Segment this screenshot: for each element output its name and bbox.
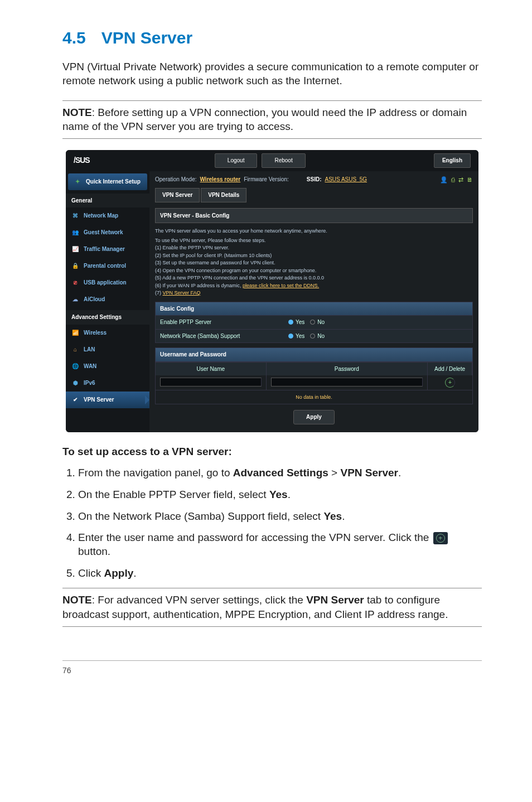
sidebar-item-wireless[interactable]: 📶Wireless (66, 325, 149, 341)
sidebar-item-label: Wireless (84, 329, 107, 337)
ddns-link[interactable]: please click here to set the DDNS. (243, 283, 319, 288)
step-5: Click Apply. (78, 567, 482, 581)
note-label: NOTE (62, 107, 92, 118)
th-password: Password (267, 363, 428, 376)
lock-icon: 🔒 (71, 262, 79, 270)
note-box-2: NOTE: For advanced VPN server settings, … (62, 588, 482, 626)
language-selector[interactable]: English (434, 153, 471, 168)
sidebar-item-wan[interactable]: 🌐WAN (66, 358, 149, 375)
section-number: 4.5 (62, 28, 86, 47)
sidebar-item-label: IPv6 (84, 379, 95, 387)
people-icon: 👥 (71, 229, 79, 236)
logout-button[interactable]: Logout (215, 153, 258, 168)
sidebar-item-lan[interactable]: ⌂LAN (66, 341, 149, 358)
note-text: : Before setting up a VPN connection, yo… (62, 107, 467, 133)
main-panel: Operation Mode: Wireless router Firmware… (149, 171, 478, 432)
note-label: NOTE (62, 594, 92, 606)
cloud-icon: ☁ (71, 296, 79, 303)
status-line: Operation Mode: Wireless router Firmware… (155, 176, 473, 184)
th-username: User Name (156, 363, 267, 376)
page-footer: 76 (62, 660, 482, 676)
router-ui-screenshot: /SUS Logout Reboot English ✦ Quick Inter… (66, 150, 478, 432)
add-row-button[interactable]: + (445, 378, 455, 388)
sidebar-item-guest-network[interactable]: 👥Guest Network (66, 224, 149, 241)
th-add-delete: Add / Delete (428, 363, 472, 376)
row-label: Enable PPTP Server (160, 318, 288, 326)
sidebar-quick-internet-setup[interactable]: ✦ Quick Internet Setup (68, 173, 147, 190)
apply-button[interactable]: Apply (293, 410, 335, 424)
sidebar-item-aicloud[interactable]: ☁AiCloud (66, 291, 149, 308)
step-2: On the Enable PPTP Server field, select … (78, 488, 482, 502)
ssid-link[interactable]: ASUS ASUS_5G (325, 176, 367, 183)
password-input[interactable] (271, 378, 423, 386)
reboot-button[interactable]: Reboot (262, 153, 305, 168)
sidebar-item-label: LAN (84, 346, 95, 354)
note-box-1: NOTE: Before setting up a VPN connection… (62, 100, 482, 139)
steps-heading: To set up access to a VPN server: (62, 445, 482, 459)
plus-icon: + (436, 534, 445, 543)
note-text-a: : For advanced VPN server settings, clic… (92, 594, 306, 606)
panel-title: VPN Server - Basic Config (155, 208, 473, 224)
row-enable-pptp: Enable PPTP Server Yes No (155, 316, 473, 330)
chart-icon: 📈 (71, 245, 79, 253)
sidebar-item-network-map[interactable]: ⌘Network Map (66, 207, 149, 224)
device-icon[interactable]: 🗎 (467, 176, 473, 184)
samba-no-radio[interactable]: No (310, 332, 325, 340)
instruction-list: To use the VPN server, Please follow the… (155, 237, 473, 297)
sidebar-item-label: Network Map (84, 212, 118, 220)
sidebar-item-label: Parental control (84, 262, 126, 270)
user-icon[interactable]: 👤 (440, 176, 448, 184)
sidebar-item-parental-control[interactable]: 🔒Parental control (66, 258, 149, 274)
sidebar-item-usb-application[interactable]: ⎚USB application (66, 274, 149, 291)
row-samba-support: Network Place (Samba) Support Yes No (155, 330, 473, 344)
wifi-icon: 📶 (71, 329, 79, 337)
tab-vpn-server[interactable]: VPN Server (155, 188, 200, 202)
sidebar-item-label: Guest Network (84, 229, 123, 236)
faq-link[interactable]: VPN Server FAQ (163, 290, 201, 296)
username-password-header: Username and Password (155, 347, 473, 362)
step-4: Enter the user name and password for acc… (78, 531, 482, 558)
sidebar-header-general: General (66, 194, 149, 208)
add-icon-inline: + (433, 532, 448, 544)
printer-icon[interactable]: ⎙ (451, 176, 455, 184)
basic-config-header: Basic Config (155, 302, 473, 316)
username-input[interactable] (160, 378, 262, 386)
sidebar-item-label: WAN (84, 363, 96, 370)
sidebar-item-vpn-server[interactable]: ✔VPN Server (66, 392, 149, 408)
globe-icon: 🌐 (71, 363, 79, 370)
sidebar-item-ipv6[interactable]: ⬢IPv6 (66, 375, 149, 392)
asus-logo: /SUS (74, 155, 90, 166)
operation-mode-link[interactable]: Wireless router (200, 176, 241, 183)
wand-icon: ✦ (74, 178, 81, 186)
no-data-message: No data in table. (156, 390, 472, 404)
sidebar-item-label: USB application (84, 279, 127, 287)
sidebar-item-label: AiCloud (84, 296, 105, 303)
samba-yes-radio[interactable]: Yes (288, 332, 304, 340)
pptp-yes-radio[interactable]: Yes (288, 318, 304, 326)
vpn-icon: ✔ (71, 396, 79, 404)
sidebar-item-label: Quick Internet Setup (86, 178, 141, 186)
usb-status-icon[interactable]: ⇄ (458, 176, 463, 184)
sidebar-header-advanced: Advanced Settings (66, 310, 149, 325)
panel-description: The VPN server allows you to access your… (155, 223, 473, 236)
home-icon: ⌂ (71, 346, 79, 354)
page-number: 76 (62, 666, 71, 675)
section-name: VPN Server (101, 28, 192, 47)
sidebar-item-label: Traffic Manager (84, 245, 125, 253)
sidebar-item-label: VPN Server (84, 396, 114, 404)
steps-list: From the navigation panel, go to Advance… (62, 466, 482, 580)
step-3: On the Network Place (Samba) Support fie… (78, 510, 482, 524)
note-bold: VPN Server (306, 594, 364, 606)
sidebar-item-traffic-manager[interactable]: 📈Traffic Manager (66, 241, 149, 258)
network-icon: ⌘ (71, 212, 79, 220)
user-table: User Name Password Add / Delete + No dat… (155, 362, 473, 405)
tab-vpn-details[interactable]: VPN Details (201, 188, 246, 202)
intro-paragraph: VPN (Virtual Private Network) provides a… (62, 60, 482, 88)
section-title: 4.5VPN Server (62, 27, 482, 50)
row-label: Network Place (Samba) Support (160, 332, 288, 340)
pptp-no-radio[interactable]: No (310, 318, 325, 326)
usb-icon: ⎚ (71, 279, 79, 287)
sidebar: ✦ Quick Internet Setup General ⌘Network … (66, 171, 149, 432)
ipv6-icon: ⬢ (71, 379, 79, 387)
header-bar: /SUS Logout Reboot English (66, 150, 478, 171)
